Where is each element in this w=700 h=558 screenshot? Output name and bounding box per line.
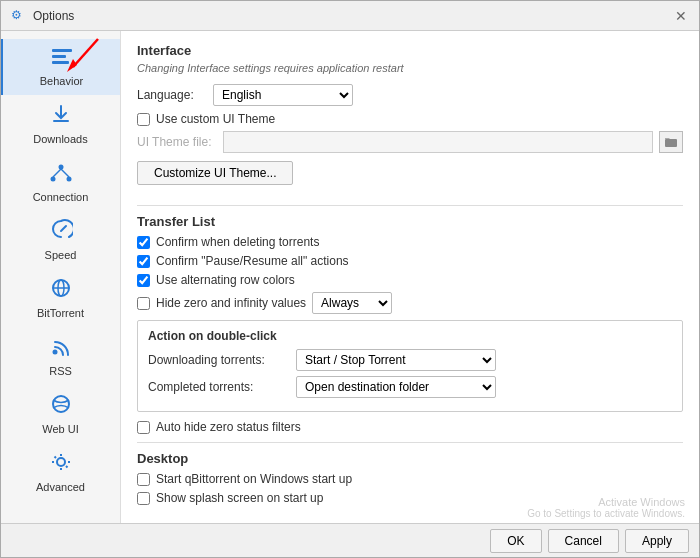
language-row: Language: English French German Spanish [137,84,683,106]
divider-1 [137,205,683,206]
svg-line-22 [54,457,56,459]
confirm-delete-checkbox[interactable] [137,236,150,249]
close-button[interactable]: ✕ [673,8,689,24]
svg-rect-5 [53,120,69,122]
folder-icon [664,135,678,149]
custom-theme-checkbox[interactable] [137,113,150,126]
alternating-rows-checkbox[interactable] [137,274,150,287]
double-click-title: Action on double-click [148,329,672,343]
transfer-list-options: Confirm when deleting torrents Confirm "… [137,235,683,434]
theme-file-label: UI Theme file: [137,135,217,149]
downloading-action-select[interactable]: Start / Stop Torrent Open properties Ope… [296,349,496,371]
hide-zero-label: Hide zero and infinity values [156,296,306,310]
alternating-rows-label: Use alternating row colors [156,273,295,287]
downloads-icon [50,103,72,131]
sidebar-label-rss: RSS [49,365,72,377]
bottom-bar: OK Cancel Apply [1,523,699,557]
custom-theme-label: Use custom UI Theme [156,112,275,126]
language-label: Language: [137,88,207,102]
desktop-title: Desktop [137,451,683,466]
show-splash-checkbox[interactable] [137,492,150,505]
customize-theme-button[interactable]: Customize UI Theme... [137,161,293,185]
theme-file-row: UI Theme file: [137,131,683,153]
sidebar-item-behavior[interactable]: Behavior [1,39,120,95]
sidebar-label-behavior: Behavior [40,75,83,87]
app-icon: ⚙ [11,8,27,24]
advanced-icon [49,451,73,479]
auto-hide-zero-checkbox[interactable] [137,421,150,434]
svg-rect-4 [52,61,69,64]
completed-label: Completed torrents: [148,380,288,394]
svg-rect-3 [52,55,66,58]
alternating-rows-row: Use alternating row colors [137,273,683,287]
cancel-button[interactable]: Cancel [548,529,619,553]
confirm-delete-row: Confirm when deleting torrents [137,235,683,249]
sidebar-item-connection[interactable]: Connection [1,153,120,211]
behavior-icon [50,47,74,73]
start-qbittorrent-label: Start qBittorrent on Windows start up [156,472,352,486]
show-splash-row: Show splash screen on start up [137,491,683,505]
sidebar-item-downloads[interactable]: Downloads [1,95,120,153]
svg-line-11 [61,226,66,231]
start-qbittorrent-checkbox[interactable] [137,473,150,486]
sidebar-item-bittorrent[interactable]: BitTorrent [1,269,120,327]
sidebar-label-speed: Speed [45,249,77,261]
svg-rect-2 [52,49,72,52]
confirm-pause-label: Confirm "Pause/Resume all" actions [156,254,349,268]
downloading-label: Downloading torrents: [148,353,288,367]
main-content: Behavior Downloads [1,31,699,523]
svg-point-15 [52,350,57,355]
bittorrent-icon [49,277,73,305]
options-window: ⚙ Options ✕ Behavior [0,0,700,558]
sidebar-label-downloads: Downloads [33,133,87,145]
sidebar-label-advanced: Advanced [36,481,85,493]
sidebar-label-bittorrent: BitTorrent [37,307,84,319]
confirm-delete-label: Confirm when deleting torrents [156,235,319,249]
webui-icon [49,393,73,421]
interface-section-title: Interface [137,43,683,58]
hide-zero-checkbox[interactable] [137,297,150,310]
custom-theme-row: Use custom UI Theme [137,112,683,126]
title-bar-left: ⚙ Options [11,8,74,24]
sidebar-item-speed[interactable]: Speed [1,211,120,269]
language-select[interactable]: English French German Spanish [213,84,353,106]
window-title: Options [33,9,74,23]
desktop-section: Desktop Start qBittorrent on Windows sta… [137,451,683,505]
completed-row: Completed torrents: Open destination fol… [148,376,672,398]
svg-line-10 [61,169,69,177]
sidebar-item-advanced[interactable]: Advanced [1,443,120,501]
connection-icon [49,161,73,189]
svg-line-23 [66,466,68,468]
apply-button[interactable]: Apply [625,529,689,553]
svg-point-16 [53,396,69,412]
svg-line-9 [53,169,61,177]
downloading-row: Downloading torrents: Start / Stop Torre… [148,349,672,371]
ok-button[interactable]: OK [490,529,541,553]
sidebar: Behavior Downloads [1,31,121,523]
divider-2 [137,442,683,443]
show-splash-label: Show splash screen on start up [156,491,323,505]
svg-rect-24 [665,139,677,147]
auto-hide-zero-label: Auto hide zero status filters [156,420,301,434]
svg-point-17 [57,458,65,466]
interface-subtitle: Changing Interface settings requires app… [137,62,683,74]
title-bar: ⚙ Options ✕ [1,1,699,31]
speed-icon [49,219,73,247]
theme-file-browse-button[interactable] [659,131,683,153]
confirm-pause-checkbox[interactable] [137,255,150,268]
sidebar-item-webui[interactable]: Web UI [1,385,120,443]
hide-zero-select[interactable]: Always Never Smart [312,292,392,314]
sidebar-label-webui: Web UI [42,423,78,435]
sidebar-item-rss[interactable]: RSS [1,327,120,385]
sidebar-label-connection: Connection [33,191,89,203]
transfer-list-title: Transfer List [137,214,683,229]
start-qbittorrent-row: Start qBittorrent on Windows start up [137,472,683,486]
auto-hide-zero-row: Auto hide zero status filters [137,420,683,434]
completed-action-select[interactable]: Open destination folder Start / Stop Tor… [296,376,496,398]
theme-file-input[interactable] [223,131,653,153]
double-click-group: Action on double-click Downloading torre… [137,320,683,412]
confirm-pause-row: Confirm "Pause/Resume all" actions [137,254,683,268]
rss-icon [50,335,72,363]
svg-point-6 [58,165,63,170]
hide-zero-row: Hide zero and infinity values Always Nev… [137,292,683,314]
